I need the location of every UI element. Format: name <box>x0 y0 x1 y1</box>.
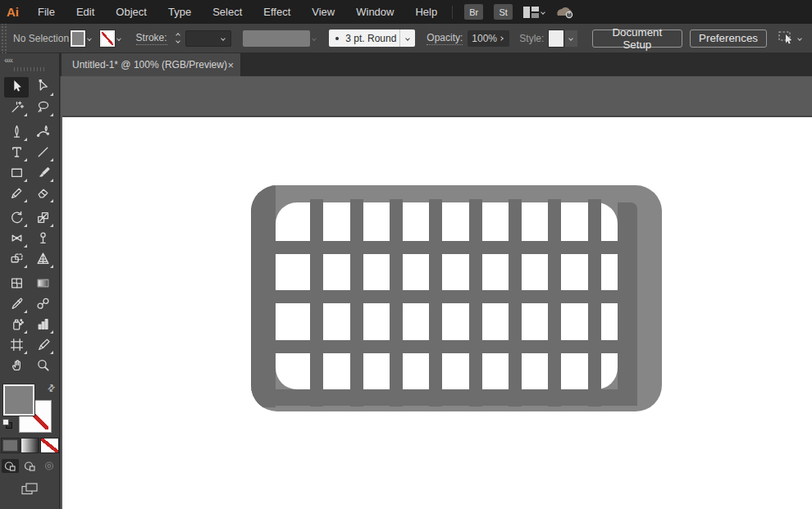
select-similar-button[interactable] <box>778 31 804 45</box>
canvas-area[interactable] <box>61 76 812 509</box>
zoom-tool[interactable] <box>30 356 55 376</box>
tool-row <box>0 315 59 335</box>
default-fill-chip <box>2 419 9 425</box>
document-setup-button[interactable]: Document Setup <box>592 30 683 48</box>
preferences-button[interactable]: Preferences <box>690 30 767 48</box>
opacity-field[interactable]: 100% <box>468 30 509 47</box>
pen-tool[interactable] <box>4 122 29 143</box>
selection-tool[interactable] <box>4 77 29 98</box>
chevron-right-icon[interactable] <box>500 36 504 41</box>
puppet-warp-icon <box>36 231 50 248</box>
column-graph-tool[interactable] <box>30 315 55 335</box>
illustrator-window: Ai FileEditObjectTypeSelectEffectViewWin… <box>0 0 812 509</box>
draw-behind-button[interactable] <box>21 459 39 473</box>
gradient-tool[interactable] <box>30 274 55 294</box>
stroke-weight-combo[interactable] <box>185 30 231 47</box>
menu-item-edit[interactable]: Edit <box>76 6 94 18</box>
artboard-tool[interactable] <box>4 335 29 356</box>
menu-item-select[interactable]: Select <box>212 6 242 18</box>
symbol-sprayer-tool[interactable] <box>4 315 29 335</box>
blend-tool[interactable] <box>30 294 55 315</box>
workspace-layout-icon <box>523 7 539 18</box>
menu-item-object[interactable]: Object <box>116 6 147 18</box>
bridge-button[interactable]: Br <box>464 4 483 20</box>
slice-tool[interactable] <box>30 335 55 356</box>
stroke-weight-label[interactable]: Stroke: <box>136 32 167 45</box>
scale-tool[interactable] <box>30 208 55 229</box>
chevron-down-icon <box>541 10 545 15</box>
document-tab[interactable]: Untitled-1* @ 100% (RGB/Preview) × <box>62 53 240 76</box>
menu-items: FileEditObjectTypeSelectEffectViewWindow… <box>38 6 437 18</box>
default-fill-stroke-icon[interactable] <box>2 419 14 430</box>
style-chevron-button[interactable] <box>565 30 577 47</box>
stroke-chevron-icon[interactable] <box>116 36 121 40</box>
style-swatch[interactable] <box>549 30 563 47</box>
puppet-warp-tool[interactable] <box>30 229 55 249</box>
width-tool[interactable] <box>4 229 29 249</box>
brush-definition-combo[interactable]: 3 pt. Round <box>329 30 415 47</box>
direct-selection-icon <box>36 80 50 96</box>
grate-horizontal-bar <box>259 241 637 254</box>
menu-item-view[interactable]: View <box>312 6 335 18</box>
variable-width-profile-dropdown <box>243 30 310 47</box>
draw-normal-button[interactable] <box>2 459 19 473</box>
eraser-tool[interactable] <box>30 184 55 204</box>
stepper-down-icon[interactable] <box>176 39 180 43</box>
rotate-tool[interactable] <box>4 208 29 229</box>
swap-fill-stroke-icon[interactable]: ⇄ <box>45 382 58 395</box>
eyedropper-tool[interactable] <box>4 294 29 315</box>
brush-chevron-button[interactable] <box>399 30 415 47</box>
lasso-tool[interactable] <box>30 98 55 118</box>
eyedropper-icon <box>10 297 24 313</box>
opacity-label[interactable]: Opacity: <box>427 32 463 45</box>
mesh-tool[interactable] <box>4 274 29 294</box>
none-button[interactable] <box>41 439 58 452</box>
stroke-weight-stepper[interactable] <box>174 34 182 43</box>
stepper-up-icon[interactable] <box>176 33 180 38</box>
perspective-grid-tool[interactable] <box>30 249 55 270</box>
grate-horizontal-bar <box>259 290 637 303</box>
slice-icon <box>36 338 50 354</box>
paintbrush-tool[interactable] <box>30 163 55 184</box>
shaper-tool[interactable] <box>4 184 29 204</box>
pen-icon <box>10 125 24 141</box>
menu-item-file[interactable]: File <box>38 6 55 18</box>
direct-selection-tool[interactable] <box>30 77 55 98</box>
menu-item-help[interactable]: Help <box>415 6 437 18</box>
column-graph-icon <box>36 317 50 334</box>
type-tool[interactable] <box>4 143 29 163</box>
fill-chevron-icon[interactable] <box>87 36 91 40</box>
magic-wand-icon <box>10 100 24 116</box>
draw-inside-button[interactable] <box>41 459 58 473</box>
sync-settings-button[interactable] <box>555 5 575 20</box>
panel-drag-grip[interactable] <box>14 67 45 71</box>
shape-builder-tool[interactable] <box>4 249 29 270</box>
fill-proxy-swatch[interactable] <box>3 384 34 416</box>
stock-button[interactable]: St <box>494 4 513 20</box>
hand-tool[interactable] <box>4 356 29 376</box>
fill-swatch[interactable] <box>71 30 85 47</box>
gradient-button[interactable] <box>21 439 39 452</box>
menu-item-type[interactable]: Type <box>168 6 191 18</box>
panel-collapse-icon[interactable]: «« <box>4 55 12 65</box>
grate-artwork[interactable] <box>251 185 662 411</box>
rectangle-icon <box>10 166 24 182</box>
menu-item-window[interactable]: Window <box>356 6 394 18</box>
workspace-switcher-button[interactable] <box>523 7 547 18</box>
rectangle-tool[interactable] <box>4 163 29 184</box>
stroke-swatch[interactable] <box>100 30 115 47</box>
brush-definition-value[interactable]: 3 pt. Round <box>329 30 399 47</box>
chevron-down-icon <box>221 36 226 41</box>
color-button[interactable] <box>2 439 19 452</box>
tool-row <box>0 356 59 376</box>
opacity-value[interactable]: 100% <box>472 33 497 44</box>
panel-grip[interactable] <box>0 24 7 53</box>
tab-bar: Untitled-1* @ 100% (RGB/Preview) × <box>60 53 812 76</box>
magic-wand-tool[interactable] <box>4 98 29 118</box>
tab-close-icon[interactable]: × <box>227 60 234 70</box>
screen-mode-button[interactable] <box>0 483 59 495</box>
menu-item-effect[interactable]: Effect <box>263 6 290 18</box>
width-icon <box>10 231 24 248</box>
curvature-tool[interactable] <box>30 122 55 143</box>
line-segment-tool[interactable] <box>30 143 55 163</box>
